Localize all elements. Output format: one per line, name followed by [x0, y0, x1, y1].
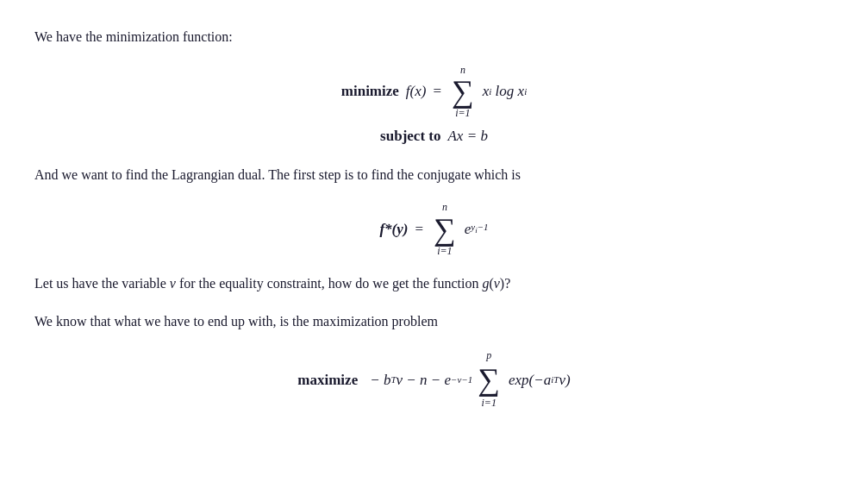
sum-symbol-conjugate: n ∑ i=1	[434, 201, 456, 257]
lagrangian-paragraph: And we want to find the Lagrangian dual.…	[34, 164, 834, 186]
sigma-large-minimize: ∑	[452, 76, 474, 107]
intro-paragraph: We have the minimization function:	[34, 26, 834, 48]
fstar-equals: =	[415, 217, 423, 241]
max-sum-bottom: i=1	[481, 395, 496, 411]
equals-sign: =	[433, 79, 441, 103]
content-area: We have the minimization function: minim…	[34, 26, 834, 412]
conj-sum-bottom: i=1	[437, 245, 452, 257]
minimize-label: minimize	[341, 79, 399, 103]
maximize-intro-paragraph: We know that what we have to end up with…	[34, 310, 834, 333]
sum-symbol-maximize: p ∑ i=1	[478, 348, 500, 411]
minimize-equation-line: minimize f(x) = n ∑ i=1 xi log xi	[34, 64, 834, 120]
maximize-equation-line: maximize − bTv − n − e−v−1 p ∑ i=1 exp(−…	[34, 348, 834, 411]
variable-paragraph: Let us have the variable v for the equal…	[34, 273, 834, 295]
conjugate-block: f*(y) = n ∑ i=1 eyi−1	[34, 201, 834, 257]
lagrangian-text: And we want to find the Lagrangian dual.…	[34, 167, 521, 182]
subject-label: subject to	[380, 124, 440, 147]
subject-line: subject to Ax = b	[34, 124, 834, 147]
maximize-label: maximize	[297, 368, 358, 392]
sum-symbol-minimize: n ∑ i=1	[452, 64, 474, 120]
subject-expr: Ax = b	[447, 124, 487, 147]
intro-text: We have the minimization function:	[34, 29, 233, 44]
sigma-large-maximize: ∑	[478, 364, 500, 395]
conjugate-equation-line: f*(y) = n ∑ i=1 eyi−1	[34, 201, 834, 257]
fx-expr: f(x)	[406, 79, 427, 103]
sum-bottom-minimize: i=1	[455, 107, 470, 119]
exp-yi-1: eyi−1	[465, 217, 489, 241]
fstar-expr: f*(y)	[379, 217, 408, 241]
maximize-intro-text: We know that what we have to end up with…	[34, 314, 438, 329]
sigma-large-conjugate: ∑	[434, 214, 456, 245]
exp-aiTv: exp(−aiTv)	[509, 368, 571, 392]
max-bTv: − bTv − n − e−v−1	[370, 368, 472, 392]
maximize-block: maximize − bTv − n − e−v−1 p ∑ i=1 exp(−…	[34, 348, 834, 411]
minimize-block: minimize f(x) = n ∑ i=1 xi log xi subjec…	[34, 64, 834, 148]
xi-log-xi: xi log xi	[483, 79, 527, 103]
